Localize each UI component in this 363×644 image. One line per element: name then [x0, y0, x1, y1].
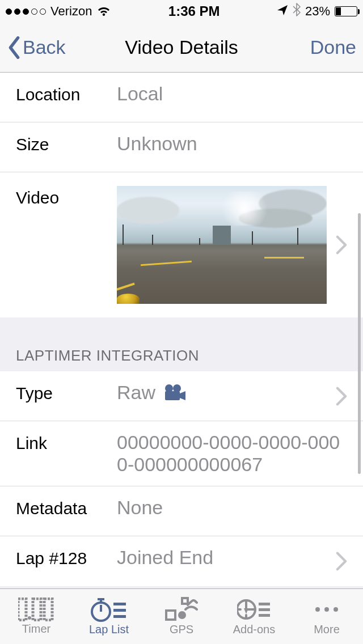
tab-laplist-label: Lap List — [89, 623, 129, 636]
done-button[interactable]: Done — [310, 36, 356, 58]
row-type[interactable]: Type Raw — [0, 371, 363, 421]
chevron-right-icon — [336, 235, 347, 255]
row-size-label: Size — [16, 133, 117, 154]
status-right: 23% — [277, 3, 357, 20]
chevron-left-icon — [7, 36, 22, 59]
more-icon — [313, 597, 340, 622]
video-thumbnail[interactable] — [117, 186, 327, 304]
svg-point-15 — [178, 611, 186, 619]
svg-rect-2 — [165, 391, 180, 400]
svg-rect-14 — [166, 611, 175, 620]
battery-percent: 23% — [305, 4, 330, 19]
row-metadata-label: Metadata — [16, 497, 117, 518]
row-location-label: Location — [16, 83, 117, 104]
tab-laplist[interactable]: Lap List — [73, 589, 145, 644]
scroll-indicator — [358, 213, 361, 474]
camera-icon — [164, 384, 187, 406]
row-link: Link 00000000-0000-0000-0000-00000000006… — [0, 421, 363, 486]
tab-more[interactable]: More — [290, 589, 363, 644]
svg-rect-6 — [44, 599, 52, 620]
battery-icon — [335, 6, 357, 16]
carrier-label: Verizon — [50, 4, 92, 19]
row-type-label: Type — [16, 382, 117, 403]
row-location-value: Local — [117, 83, 347, 105]
svg-rect-11 — [113, 603, 126, 605]
chevron-right-icon — [336, 387, 347, 406]
svg-point-0 — [165, 384, 173, 392]
svg-rect-13 — [113, 615, 126, 618]
svg-rect-9 — [98, 598, 104, 600]
wifi-icon — [96, 6, 111, 17]
status-left: Verizon — [6, 4, 111, 19]
row-metadata-value: None — [117, 497, 347, 519]
svg-marker-18 — [244, 608, 248, 614]
nav-bar: Back Video Details Done — [0, 23, 363, 73]
svg-rect-19 — [259, 603, 270, 605]
timer-icon — [18, 598, 54, 621]
svg-rect-20 — [259, 608, 270, 611]
svg-rect-5 — [33, 599, 41, 620]
svg-point-24 — [334, 607, 338, 612]
tab-timer-label: Timer — [22, 622, 50, 635]
tab-addons[interactable]: Add-ons — [218, 589, 290, 644]
row-link-value: 00000000-0000-0000-0000-000000000067 — [117, 431, 347, 476]
row-size-value: Unknown — [117, 133, 347, 155]
bluetooth-icon — [293, 3, 301, 20]
svg-rect-12 — [113, 609, 126, 612]
row-type-value: Raw — [117, 382, 336, 406]
svg-rect-16 — [182, 598, 188, 604]
row-video-label: Video — [16, 186, 117, 207]
status-time: 1:36 PM — [168, 3, 220, 19]
row-metadata: Metadata None — [0, 486, 363, 536]
signal-strength-icon — [6, 9, 46, 15]
tab-gps-label: GPS — [170, 623, 193, 636]
chevron-right-icon — [336, 552, 347, 571]
status-bar: Verizon 1:36 PM 23% — [0, 0, 363, 23]
tab-bar: Timer Lap List — [0, 588, 363, 644]
svg-rect-3 — [18, 599, 26, 620]
tab-gps[interactable]: GPS — [145, 589, 218, 644]
stopwatch-list-icon — [91, 597, 127, 622]
gps-icon — [165, 597, 198, 622]
tab-timer[interactable]: Timer — [0, 589, 73, 644]
svg-rect-21 — [259, 614, 270, 617]
location-services-icon — [277, 3, 288, 19]
tab-addons-label: Add-ons — [233, 623, 276, 636]
section-header-laptimer: LAPTIMER INTEGRATION — [0, 317, 363, 371]
svg-point-23 — [324, 607, 329, 612]
row-video[interactable]: Video — [0, 172, 363, 317]
back-button[interactable]: Back — [7, 36, 66, 59]
row-location: Location Local — [0, 73, 363, 122]
row-lap[interactable]: Lap #128 Joined End — [0, 536, 363, 586]
tab-more-label: More — [314, 623, 340, 636]
addons-icon — [237, 597, 271, 622]
svg-point-4 — [28, 616, 31, 620]
svg-point-22 — [315, 607, 320, 612]
row-link-label: Link — [16, 431, 117, 453]
row-lap-value: Joined End — [117, 546, 336, 569]
content-scroll[interactable]: Location Local Size Unknown Video — [0, 73, 363, 588]
row-lap-label: Lap #128 — [16, 546, 117, 568]
svg-point-1 — [173, 384, 181, 392]
back-label: Back — [23, 36, 66, 58]
row-size: Size Unknown — [0, 122, 363, 172]
